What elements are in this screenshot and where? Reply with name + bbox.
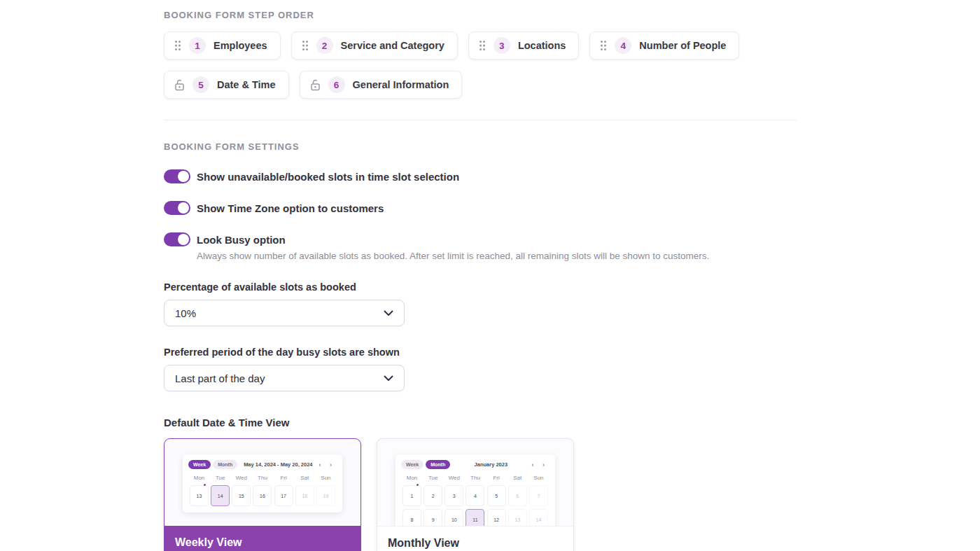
day-names-row: Mon Tue Wed Thu Fri Sat Sun: [401, 475, 550, 481]
day-cell: 2: [424, 485, 442, 506]
percentage-select-value: 10%: [175, 307, 196, 319]
day-name: Tue: [211, 475, 230, 481]
day-cell: 6: [508, 485, 527, 506]
calendar-nav-icons: ‹ ›: [532, 461, 549, 468]
weekly-view-title: Weekly View: [164, 526, 360, 551]
day-cell-selected: 14: [211, 485, 230, 506]
step-number: 5: [192, 76, 209, 93]
day-cell: 16: [253, 485, 272, 506]
day-name: Wed: [444, 475, 463, 481]
preferred-period-select-value: Last part of the day: [175, 372, 265, 384]
step-label: Number of People: [639, 40, 726, 51]
toggle-knob: [178, 171, 189, 182]
day-name: Sun: [316, 475, 335, 481]
drag-handle-icon[interactable]: [174, 40, 181, 51]
step-label: Service and Category: [341, 40, 444, 51]
section-divider: [164, 120, 797, 120]
weekly-view-card[interactable]: Week Month May 14, 2024 - May 20, 2024 ‹…: [164, 438, 361, 551]
toggle-knob: [178, 234, 189, 245]
step-number: 3: [493, 37, 510, 54]
day-name: Sat: [295, 475, 314, 481]
toggle-row-unavailable-slots: Show unavailable/booked slots in time sl…: [164, 169, 801, 183]
step-chip-employees[interactable]: 1 Employees: [164, 32, 281, 60]
chevron-down-icon: [384, 375, 393, 382]
step-chip-general-information[interactable]: 6 General Information: [300, 71, 463, 99]
chevron-down-icon: [384, 310, 393, 316]
step-label: Locations: [518, 40, 566, 51]
day-cell: 3: [444, 485, 463, 506]
day-name: Fri: [274, 475, 293, 481]
toggle-label: Show unavailable/booked slots in time sl…: [197, 171, 459, 183]
step-label: General Information: [353, 79, 449, 90]
day-name: Wed: [232, 475, 251, 481]
show-unavailable-slots-toggle[interactable]: [164, 169, 190, 183]
step-number: 4: [615, 37, 631, 54]
week-pill: Week: [188, 460, 211, 469]
day-name: Fri: [487, 475, 506, 481]
monthly-view-card[interactable]: Week Month January 2023 ‹ › Mon Tue Wed …: [377, 438, 574, 551]
step-chip-locations[interactable]: 3 Locations: [468, 32, 579, 60]
day-cell: 12: [487, 509, 506, 526]
day-name: Thu: [465, 475, 484, 481]
day-name: Sun: [529, 475, 548, 481]
week-days-row: 13 14 15 16 17 18 19: [188, 485, 337, 506]
percentage-field-label: Percentage of available slots as booked: [164, 281, 801, 293]
step-order-heading: BOOKING FORM STEP ORDER: [164, 10, 801, 20]
drag-handle-icon[interactable]: [302, 40, 309, 51]
toggle-label: Show Time Zone option to customers: [197, 202, 384, 214]
booking-settings-page: BOOKING FORM STEP ORDER 1 Employees 2 Se…: [164, 0, 801, 551]
day-cell: 14: [529, 509, 548, 526]
day-cell: 8: [402, 509, 421, 526]
preferred-period-select[interactable]: Last part of the day: [164, 365, 405, 391]
show-time-zone-toggle[interactable]: [164, 201, 190, 215]
day-cell: 15: [232, 485, 251, 506]
toggle-row-time-zone: Show Time Zone option to customers: [164, 201, 801, 215]
day-cell: 7: [529, 485, 548, 506]
month-pill: Month: [213, 460, 237, 469]
step-chip-number-of-people[interactable]: 4 Number of People: [589, 32, 739, 60]
monthly-preview: Week Month January 2023 ‹ › Mon Tue Wed …: [377, 439, 573, 526]
step-label: Employees: [214, 40, 267, 51]
date-range-label: May 14, 2024 - May 20, 2024: [237, 461, 318, 468]
day-cell: 13: [190, 485, 209, 506]
day-cell: 13: [508, 509, 527, 526]
calendar-nav-icons: ‹ ›: [319, 461, 336, 468]
weekly-mini-calendar: Week Month May 14, 2024 - May 20, 2024 ‹…: [183, 454, 342, 512]
step-chip-date-time[interactable]: 5 Date & Time: [164, 71, 289, 99]
day-cell: 18: [295, 485, 314, 506]
day-cell: 19: [316, 485, 335, 506]
week-pill: Week: [401, 460, 424, 469]
preferred-period-field: Preferred period of the day busy slots a…: [164, 347, 801, 391]
day-name: Thu: [253, 475, 272, 481]
step-label: Date & Time: [217, 79, 276, 90]
step-chip-row-2: 5 Date & Time 6 General Information: [164, 71, 801, 99]
percentage-select[interactable]: 10%: [164, 300, 405, 326]
day-name: Tue: [424, 475, 442, 481]
month-pill: Month: [426, 460, 450, 469]
drag-handle-icon[interactable]: [600, 40, 607, 51]
day-name: Sat: [508, 475, 527, 481]
day-cell: 10: [444, 509, 463, 526]
toggle-knob: [178, 202, 189, 214]
monthly-view-title: Monthly View: [377, 526, 573, 551]
view-cards: Week Month May 14, 2024 - May 20, 2024 ‹…: [164, 438, 801, 551]
toggle-label: Look Busy option: [197, 234, 286, 246]
step-number: 2: [316, 37, 333, 54]
look-busy-description: Always show number of available slots as…: [197, 251, 750, 261]
default-view-label: Default Date & Time View: [164, 417, 801, 428]
step-chip-row-1: 1 Employees 2 Service and Category 3 Loc…: [164, 32, 801, 60]
settings-heading: BOOKING FORM SETTINGS: [164, 141, 801, 152]
preferred-period-field-label: Preferred period of the day busy slots a…: [164, 347, 801, 358]
month-week-1: 1 2 3 4 5 6 7: [401, 485, 550, 506]
look-busy-toggle[interactable]: [164, 232, 190, 246]
lock-icon: [310, 79, 321, 91]
day-cell: 5: [487, 485, 506, 506]
monthly-mini-calendar: Week Month January 2023 ‹ › Mon Tue Wed …: [396, 454, 555, 526]
day-cell: 4: [465, 485, 484, 506]
toggle-row-look-busy: Look Busy option: [164, 232, 801, 246]
day-name: Mon: [402, 475, 421, 481]
step-chip-service-and-category[interactable]: 2 Service and Category: [291, 32, 458, 60]
month-week-2: 8 9 10 11 12 13 14: [401, 509, 550, 526]
drag-handle-icon[interactable]: [479, 40, 486, 51]
weekly-preview: Week Month May 14, 2024 - May 20, 2024 ‹…: [164, 439, 360, 526]
